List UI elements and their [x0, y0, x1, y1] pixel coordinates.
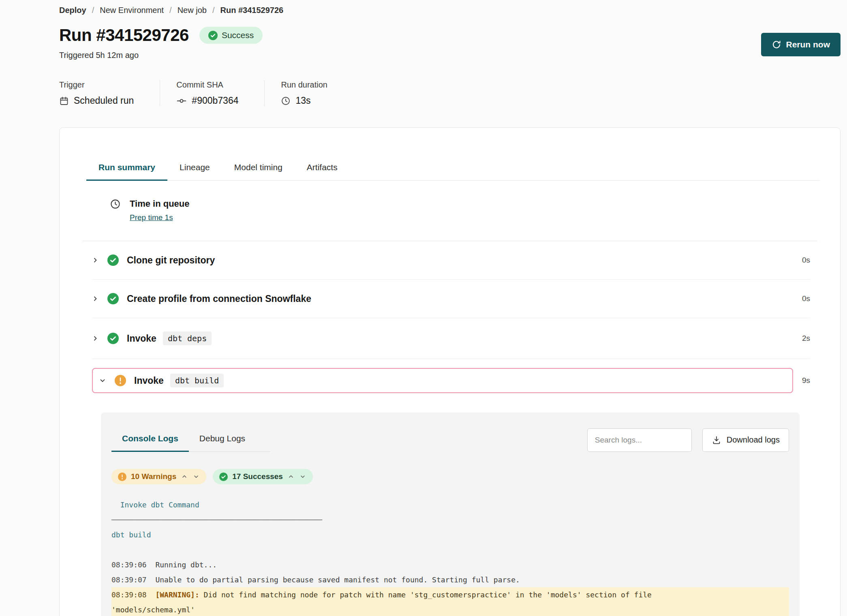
step-label: Invoke	[134, 375, 164, 386]
duration-label: Run duration	[281, 80, 327, 90]
tab-bar: Run summary Lineage Model timing Artifac…	[86, 156, 820, 181]
chevron-right-icon[interactable]	[92, 295, 98, 302]
clock-icon	[110, 199, 121, 210]
time-in-queue-section: Time in queue Prep time 1s	[82, 181, 817, 241]
log-line: 08:39:07Unable to do partial parsing bec…	[111, 572, 789, 587]
log-timestamp: 08:39:07	[111, 575, 147, 584]
successes-badge-label: 17 Successes	[232, 472, 283, 481]
run-meta: Trigger Scheduled run Commit SHA #900b73…	[59, 80, 841, 106]
page-title: Run #341529726	[59, 26, 189, 45]
step-duration: 0s	[802, 256, 810, 265]
log-line: ────────────────────────────────────────…	[111, 512, 789, 527]
run-steps: Clone git repository 0s Create profile f…	[92, 241, 810, 616]
download-logs-label: Download logs	[727, 435, 780, 445]
chevron-down-icon[interactable]	[192, 473, 200, 480]
rerun-icon	[772, 40, 781, 49]
tab-debug-logs[interactable]: Debug Logs	[189, 428, 256, 452]
prep-time-link[interactable]: Prep time 1s	[130, 213, 173, 222]
rerun-button-label: Rerun now	[786, 40, 830, 49]
successes-badge: 17 Successes	[213, 469, 313, 484]
breadcrumb-separator: /	[212, 6, 215, 15]
log-line: Invoke dbt Command	[111, 497, 789, 512]
step-clone-git-repository[interactable]: Clone git repository 0s	[92, 241, 810, 279]
breadcrumb-deploy[interactable]: Deploy	[59, 6, 86, 15]
tab-artifacts[interactable]: Artifacts	[295, 156, 350, 181]
breadcrumb: Deploy / New Environment / New job / Run…	[59, 6, 841, 15]
commit-label: Commit SHA	[176, 80, 238, 90]
warning-icon	[118, 473, 126, 481]
step-invoke-dbt-deps[interactable]: Invoke dbt deps 2s	[92, 318, 810, 359]
step-command-chip: dbt build	[170, 374, 224, 387]
page-header: Run #341529726 Success Triggered 5h 12m …	[59, 26, 841, 60]
chevron-down-icon[interactable]	[99, 377, 106, 384]
status-badge: Success	[199, 27, 263, 44]
warnings-badge: 10 Warnings	[111, 469, 206, 484]
tab-run-summary[interactable]: Run summary	[86, 156, 167, 181]
log-text: dbt build	[111, 530, 151, 539]
breadcrumb-current-run: Run #341529726	[220, 6, 283, 15]
log-line: dbt build	[111, 527, 789, 542]
step-command-chip: dbt deps	[163, 332, 212, 345]
download-logs-button[interactable]: Download logs	[702, 428, 789, 452]
chevron-right-icon[interactable]	[92, 335, 98, 342]
meta-divider	[264, 80, 265, 106]
run-detail-page: Deploy / New Environment / New job / Run…	[0, 0, 847, 616]
log-separator: ────────────────────────────────────────…	[111, 515, 322, 524]
calendar-icon	[59, 96, 69, 106]
status-badge-label: Success	[222, 30, 254, 40]
step-invoke-dbt-build-row: Invoke dbt build 9s	[92, 359, 810, 400]
console-log-output: Invoke dbt Command ─────────────────────…	[111, 497, 789, 616]
chevron-up-icon[interactable]	[181, 473, 188, 480]
log-text: Unable to do partial parsing because sav…	[155, 575, 520, 584]
log-header: Console Logs Debug Logs Download logs	[111, 428, 789, 452]
step-label: Create profile from connection Snowflake	[127, 293, 311, 304]
search-logs-input[interactable]	[587, 428, 692, 452]
meta-trigger: Trigger Scheduled run	[59, 80, 160, 106]
success-icon	[107, 333, 119, 344]
title-block: Run #341529726 Success Triggered 5h 12m …	[59, 26, 263, 60]
chevron-right-icon[interactable]	[92, 257, 98, 263]
trigger-label: Trigger	[59, 80, 134, 90]
step-invoke-dbt-build[interactable]: Invoke dbt build	[92, 368, 793, 393]
warning-icon	[115, 375, 126, 386]
breadcrumb-new-environment[interactable]: New Environment	[100, 6, 164, 15]
log-timestamp: 08:39:08	[111, 590, 147, 599]
step-duration: 0s	[802, 294, 810, 303]
meta-commit: Commit SHA #900b7364	[176, 80, 264, 106]
chevron-down-icon[interactable]	[299, 473, 306, 480]
success-icon	[107, 293, 119, 304]
step-label: Clone git repository	[127, 255, 215, 266]
breadcrumb-separator: /	[169, 6, 172, 15]
log-line-warning: 08:39:08[WARNING]:Did not find matching …	[111, 587, 789, 616]
breadcrumb-separator: /	[92, 6, 94, 15]
log-warning-prefix: [WARNING]:	[155, 590, 199, 599]
download-icon	[712, 435, 721, 445]
check-circle-icon	[208, 31, 218, 40]
log-text: Invoke dbt Command	[120, 500, 199, 509]
run-summary-card: Run summary Lineage Model timing Artifac…	[59, 127, 841, 616]
commit-icon	[176, 96, 187, 106]
rerun-button[interactable]: Rerun now	[761, 33, 841, 56]
step-duration: 9s	[802, 376, 810, 385]
check-circle-icon	[219, 473, 228, 481]
clock-icon	[281, 96, 291, 106]
log-line: 08:39:06Running dbt...	[111, 557, 789, 572]
tab-console-logs[interactable]: Console Logs	[111, 428, 189, 452]
commit-value: #900b7364	[192, 95, 238, 106]
chevron-up-icon[interactable]	[287, 473, 295, 480]
log-text: Running dbt...	[155, 560, 217, 569]
queue-title: Time in queue	[130, 199, 190, 209]
tab-lineage[interactable]: Lineage	[167, 156, 222, 181]
trigger-value: Scheduled run	[74, 95, 134, 106]
breadcrumb-new-job[interactable]: New job	[178, 6, 207, 15]
step-create-profile[interactable]: Create profile from connection Snowflake…	[92, 279, 810, 318]
log-timestamp: 08:39:06	[111, 560, 147, 569]
warnings-badge-label: 10 Warnings	[131, 472, 176, 481]
meta-duration: Run duration 13s	[281, 80, 353, 106]
log-panel: Console Logs Debug Logs Download logs	[101, 413, 800, 616]
duration-value: 13s	[295, 95, 310, 106]
step-label: Invoke	[127, 333, 156, 344]
tab-model-timing[interactable]: Model timing	[222, 156, 295, 181]
log-tab-bar: Console Logs Debug Logs	[111, 428, 270, 452]
triggered-time: Triggered 5h 12m ago	[59, 51, 263, 60]
